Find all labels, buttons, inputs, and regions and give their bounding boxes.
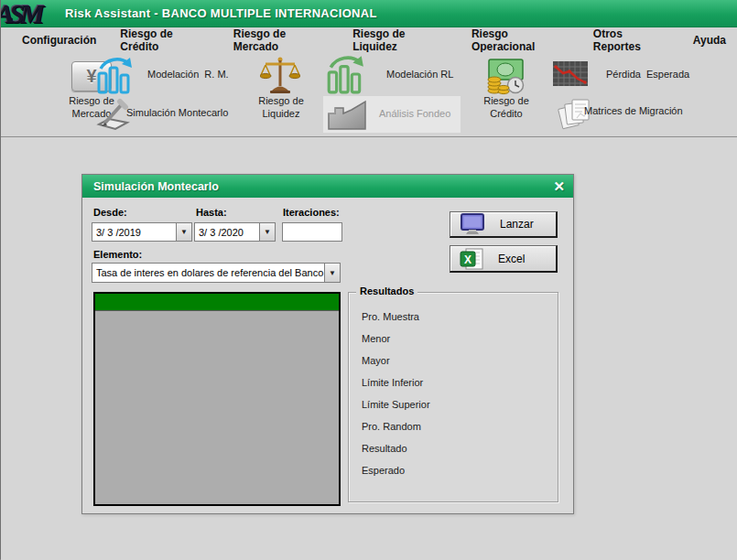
result-pro-muestra: Pro. Muestra bbox=[349, 306, 558, 328]
result-limite-superior: Límite Superior bbox=[349, 393, 558, 415]
monitor-icon bbox=[460, 213, 485, 235]
desde-combobox[interactable]: 3/ 3 /2019 ▼ bbox=[92, 222, 192, 242]
perdida-esperada-label[interactable]: Pérdida Esperada bbox=[606, 69, 689, 80]
result-resultado: Resultado bbox=[349, 437, 558, 459]
area-chart-gray-icon bbox=[327, 118, 367, 134]
lanzar-button-label: Lanzar bbox=[500, 218, 534, 231]
chevron-down-icon[interactable]: ▼ bbox=[259, 223, 275, 241]
listbox-header-row bbox=[95, 294, 339, 311]
elemento-value: Tasa de interes en dolares de referencia… bbox=[92, 267, 324, 278]
riesgo-credito-button[interactable] bbox=[484, 57, 525, 99]
iteraciones-input[interactable] bbox=[282, 222, 342, 242]
excel-button-label: Excel bbox=[498, 253, 525, 265]
stacked-pages-icon bbox=[557, 118, 593, 134]
simulation-listbox[interactable] bbox=[93, 292, 341, 506]
riesgo-liquidez-button[interactable] bbox=[260, 55, 300, 99]
iteraciones-label: Iteraciones: bbox=[283, 207, 340, 218]
listbox-body[interactable] bbox=[95, 311, 339, 504]
hasta-value: 3/ 3 /2020 bbox=[195, 227, 259, 238]
toolbar: ¥ Riesgo de Mercado Modelación R. M. bbox=[1, 52, 737, 137]
desde-value: 3/ 3 /2019 bbox=[92, 227, 176, 238]
chevron-down-icon[interactable]: ▼ bbox=[324, 264, 340, 282]
window-title: Risk Assistant - BANCO MULTIPLE INTERNAC… bbox=[65, 6, 377, 20]
dialog-title-bar[interactable]: Simulación Montecarlo ✕ bbox=[82, 175, 573, 198]
result-limite-inferior: Límite Inferior bbox=[349, 372, 558, 393]
app-window: ASM Risk Assistant - BANCO MULTIPLE INTE… bbox=[0, 0, 737, 560]
menu-configuracion[interactable]: Configuración bbox=[10, 29, 108, 51]
perdida-esperada-button[interactable] bbox=[552, 60, 589, 92]
menu-ayuda[interactable]: Ayuda bbox=[681, 29, 737, 51]
result-pro-random: Pro. Random bbox=[349, 415, 558, 437]
analisis-fondeo-label: Análisis Fondeo bbox=[379, 108, 450, 119]
pen-writing-icon bbox=[95, 118, 132, 134]
result-esperado: Esperado bbox=[349, 459, 558, 481]
modelacion-rm-button[interactable] bbox=[94, 56, 135, 98]
chevron-down-icon[interactable]: ▼ bbox=[176, 223, 191, 241]
grid-red-line-chart-icon bbox=[552, 75, 589, 91]
analisis-fondeo-button bbox=[327, 98, 367, 135]
desde-label: Desde: bbox=[93, 207, 127, 218]
asm-logo-icon: ASM bbox=[1, 0, 58, 27]
matrices-migracion-label[interactable]: Matrices de Migración bbox=[584, 105, 683, 116]
modelacion-rl-button[interactable] bbox=[324, 54, 366, 98]
resultados-groupbox: Resultados Pro. Muestra Menor Mayor Lími… bbox=[348, 292, 558, 502]
bar-chart-arrow-blue-icon bbox=[94, 81, 135, 97]
modelacion-rm-label[interactable]: Modelación R. M. bbox=[147, 69, 229, 80]
elemento-combobox[interactable]: Tasa de interes en dolares de referencia… bbox=[92, 263, 341, 283]
lanzar-button[interactable]: Lanzar bbox=[450, 211, 558, 238]
riesgo-liquidez-label: Riesgo de Liquidez bbox=[244, 94, 318, 120]
excel-icon: X bbox=[460, 248, 483, 270]
hasta-combobox[interactable]: 3/ 3 /2020 ▼ bbox=[194, 222, 276, 242]
close-icon[interactable]: ✕ bbox=[553, 179, 565, 193]
dialog-title: Simulación Montecarlo bbox=[93, 180, 219, 193]
elemento-label: Elemento: bbox=[93, 249, 142, 260]
hasta-label: Hasta: bbox=[196, 207, 227, 218]
bar-chart-arrow-green-icon bbox=[324, 81, 366, 97]
riesgo-credito-label: Riesgo de Crédito bbox=[470, 94, 543, 120]
resultados-title: Resultados bbox=[356, 285, 417, 296]
simulacion-montecarlo-label[interactable]: Simulación Montecarlo bbox=[126, 107, 228, 118]
result-mayor: Mayor bbox=[349, 350, 558, 372]
simulacion-montecarlo-dialog: Simulación Montecarlo ✕ Desde: 3/ 3 /201… bbox=[81, 174, 574, 514]
menu-bar: Configuración Riesgo de Crédito Riesgo d… bbox=[1, 27, 737, 52]
svg-text:X: X bbox=[464, 253, 471, 265]
excel-button[interactable]: X Excel bbox=[450, 245, 558, 273]
result-menor: Menor bbox=[349, 328, 558, 350]
modelacion-rl-label[interactable]: Modelación RL bbox=[386, 69, 453, 80]
